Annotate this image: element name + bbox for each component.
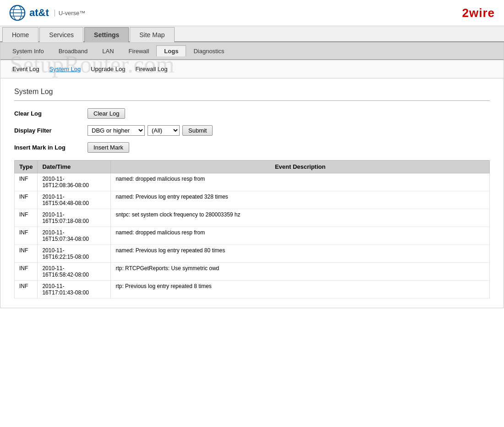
att-globe-icon: [9, 5, 26, 21]
nav-logs[interactable]: Logs: [156, 45, 186, 56]
cell-type: INF: [15, 263, 38, 281]
log-table: Type Date/Time Event Description INF2010…: [14, 160, 490, 299]
col-description: Event Description: [111, 161, 490, 173]
insert-mark-row: Insert Mark in Log Insert Mark: [14, 142, 490, 153]
table-row: INF2010-11- 16T15:07:34-08:00named: drop…: [15, 227, 490, 245]
cell-datetime: 2010-11- 16T16:58:42-08:00: [38, 263, 111, 281]
cell-datetime: 2010-11- 16T17:01:43-08:00: [38, 281, 111, 299]
filter-controls: DBG or higher INFO or higher WARN or hig…: [88, 125, 213, 136]
att-brand-text: at&t: [29, 7, 49, 19]
section-divider: [14, 100, 490, 101]
cell-type: INF: [15, 173, 38, 191]
cell-type: INF: [15, 191, 38, 209]
twowire-logo: 2wire: [462, 6, 495, 20]
cell-type: INF: [15, 227, 38, 245]
table-row: INF2010-11- 16T16:22:15-08:00named: Prev…: [15, 245, 490, 263]
log-table-header: Type Date/Time Event Description: [15, 161, 490, 173]
nav-diagnostics[interactable]: Diagnostics: [186, 46, 231, 56]
insert-mark-label: Insert Mark in Log: [14, 144, 88, 151]
tab-event-log[interactable]: Event Log: [10, 65, 42, 73]
cell-description: named: Previous log entry repeated 328 t…: [111, 191, 490, 209]
col-type: Type: [15, 161, 38, 173]
second-navigation: System Info Broadband LAN Firewall Logs …: [0, 43, 504, 60]
nav-firewall[interactable]: Firewall: [121, 46, 157, 56]
table-row: INF2010-11- 16T16:58:42-08:00rtp: RTCPGe…: [15, 263, 490, 281]
table-row: INF2010-11- 16T15:04:48-08:00named: Prev…: [15, 191, 490, 209]
cell-description: sntpc: set system clock frequency to 280…: [111, 209, 490, 227]
log-table-body: INF2010-11- 16T12:08:36-08:00named: drop…: [15, 173, 490, 299]
cell-datetime: 2010-11- 16T15:07:34-08:00: [38, 227, 111, 245]
top-navigation: Home Services Settings Site Map: [0, 26, 504, 42]
cell-description: rtp: RTCPGetReports: Use symmetric owd: [111, 263, 490, 281]
system-log-title: System Log: [14, 88, 490, 96]
cell-type: INF: [15, 281, 38, 299]
cell-description: named: dropped malicious resp from: [111, 227, 490, 245]
insert-mark-controls: Insert Mark: [88, 142, 129, 153]
table-row: INF2010-11- 16T12:08:36-08:00named: drop…: [15, 173, 490, 191]
tab-upgrade-log[interactable]: Upgrade Log: [88, 65, 128, 73]
att-logo: at&t U-verse™: [9, 5, 85, 21]
tab-system-log[interactable]: System Log: [47, 65, 84, 73]
cell-description: named: dropped malicious resp from: [111, 173, 490, 191]
tab-settings[interactable]: Settings: [84, 27, 129, 42]
clear-log-controls: Clear Log: [88, 108, 125, 119]
page-header: at&t U-verse™ 2wire: [0, 0, 504, 26]
cell-type: INF: [15, 209, 38, 227]
nav-broadband[interactable]: Broadband: [51, 46, 95, 56]
log-tabs: Event Log System Log Upgrade Log Firewal…: [0, 60, 504, 78]
nav-system-info[interactable]: System Info: [5, 46, 51, 56]
table-row: INF2010-11- 16T15:07:18-08:00sntpc: set …: [15, 209, 490, 227]
table-row: INF2010-11- 16T17:01:43-08:00rtp: Previo…: [15, 281, 490, 299]
clear-log-label: Clear Log: [14, 110, 88, 117]
cell-datetime: 2010-11- 16T15:04:48-08:00: [38, 191, 111, 209]
content-area: System Info Broadband LAN Firewall Logs …: [0, 42, 504, 308]
nav-lan[interactable]: LAN: [95, 46, 121, 56]
tab-firewall-log[interactable]: Firewall Log: [132, 65, 170, 73]
filter-level-select[interactable]: DBG or higher INFO or higher WARN or hig…: [88, 125, 145, 136]
uverse-text: U-verse™: [55, 10, 86, 17]
tab-services[interactable]: Services: [39, 27, 83, 42]
tab-home[interactable]: Home: [2, 27, 38, 42]
cell-datetime: 2010-11- 16T16:22:15-08:00: [38, 245, 111, 263]
cell-description: rtp: Previous log entry repeated 8 times: [111, 281, 490, 299]
col-datetime: Date/Time: [38, 161, 111, 173]
display-filter-row: Display Filter DBG or higher INFO or hig…: [14, 125, 490, 136]
submit-filter-button[interactable]: Submit: [182, 125, 213, 136]
cell-description: named: Previous log entry repeated 80 ti…: [111, 245, 490, 263]
display-filter-label: Display Filter: [14, 127, 88, 134]
insert-mark-button[interactable]: Insert Mark: [88, 142, 129, 153]
cell-datetime: 2010-11- 16T15:07:18-08:00: [38, 209, 111, 227]
filter-category-select[interactable]: (All) named sntpc rtp: [148, 125, 180, 136]
cell-datetime: 2010-11- 16T12:08:36-08:00: [38, 173, 111, 191]
clear-log-row: Clear Log Clear Log: [14, 108, 490, 119]
clear-log-button[interactable]: Clear Log: [88, 108, 125, 119]
cell-type: INF: [15, 245, 38, 263]
system-log-content: SetupRouter.com System Log Clear Log Cle…: [0, 78, 504, 308]
tab-sitemap[interactable]: Site Map: [130, 27, 174, 42]
